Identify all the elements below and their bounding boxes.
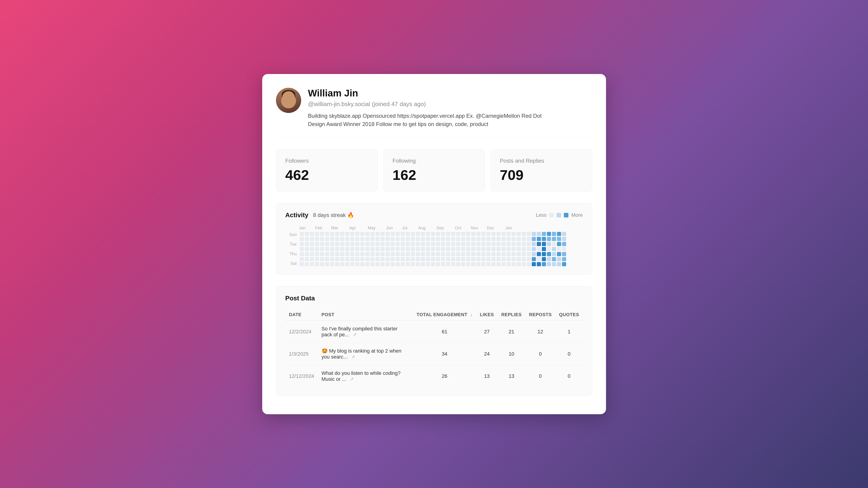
heatmap-cell <box>305 262 309 266</box>
heatmap-cell <box>537 262 541 266</box>
heatmap-cell <box>522 242 526 246</box>
heatmap-cell <box>315 262 319 266</box>
heatmap-cell <box>512 237 516 241</box>
heatmap-cell <box>441 232 445 236</box>
month-nov: Nov <box>471 226 487 230</box>
heatmap-cell <box>552 242 556 246</box>
heatmap-cell <box>300 232 304 236</box>
external-link-icon[interactable]: ↗ <box>350 377 354 382</box>
heatmap-cell <box>532 232 536 236</box>
heatmap-cell <box>501 232 506 236</box>
heatmap-cell <box>426 247 430 251</box>
heatmap-cell <box>547 247 551 251</box>
heatmap-cell <box>315 257 319 261</box>
profile-section: William Jin @william-jin.bsky.social (jo… <box>276 88 592 138</box>
heatmap-cell <box>436 237 440 241</box>
cell-reposts: 0 <box>525 365 555 387</box>
heatmap-cell <box>305 252 309 256</box>
legend-dot-2 <box>557 213 561 218</box>
month-jan1: Jan <box>299 226 315 230</box>
heatmap-column <box>300 232 304 266</box>
heatmap-cell <box>542 262 546 266</box>
cell-reposts: 12 <box>525 321 555 343</box>
heatmap-cell <box>421 262 425 266</box>
external-link-icon[interactable]: ↗ <box>351 354 355 360</box>
heatmap-column <box>431 232 435 266</box>
profile-name: William Jin <box>308 88 592 99</box>
heatmap-column <box>527 232 531 266</box>
heatmap-cell <box>315 232 319 236</box>
heatmap-cell <box>315 247 319 251</box>
heatmap-cell <box>335 252 339 256</box>
heatmap-cell <box>325 237 329 241</box>
heatmap-cell <box>385 252 390 256</box>
cell-likes: 27 <box>476 321 497 343</box>
heatmap-cell <box>396 247 400 251</box>
heatmap-cell <box>320 237 324 241</box>
external-link-icon[interactable]: ↗ <box>353 332 356 337</box>
heatmap-cell <box>476 262 480 266</box>
heatmap-cell <box>481 252 486 256</box>
heatmap-column <box>441 232 445 266</box>
heatmap-cell <box>491 247 496 251</box>
cell-likes: 13 <box>476 365 497 387</box>
heatmap-cell <box>345 262 349 266</box>
col-reposts: REPOSTS <box>525 309 555 321</box>
heatmap-column <box>421 232 425 266</box>
heatmap-cell <box>330 252 334 256</box>
heatmap-cell <box>451 242 455 246</box>
heatmap-cell <box>501 257 506 261</box>
heatmap-cell <box>501 237 506 241</box>
heatmap-cell <box>426 262 430 266</box>
heatmap-cell <box>446 252 450 256</box>
heatmap-cell <box>461 237 465 241</box>
heatmap-cell <box>385 237 390 241</box>
table-row: 12/2/2024 So I've finally compiled this … <box>285 321 583 343</box>
heatmap-cell <box>360 237 365 241</box>
heatmap-column <box>396 232 400 266</box>
heatmap-cell <box>446 232 450 236</box>
heatmap-cell <box>552 262 556 266</box>
heatmap-cell <box>527 232 531 236</box>
heatmap-cell <box>522 247 526 251</box>
heatmap-cell <box>542 247 546 251</box>
heatmap-cell <box>340 262 344 266</box>
heatmap-cell <box>406 252 410 256</box>
heatmap-cell <box>557 262 561 266</box>
legend-dot-3 <box>564 213 568 218</box>
heatmap-cell <box>375 262 379 266</box>
heatmap-cell <box>416 242 420 246</box>
heatmap-cell <box>300 262 304 266</box>
heatmap-cell <box>325 242 329 246</box>
heatmap-cell <box>537 252 541 256</box>
heatmap-column <box>517 232 521 266</box>
sort-icon[interactable]: ↓ <box>470 312 473 317</box>
heatmap-cell <box>496 237 501 241</box>
heatmap-cell <box>486 262 491 266</box>
heatmap-cell <box>350 232 354 236</box>
heatmap-cell <box>512 262 516 266</box>
heatmap-cell <box>441 262 445 266</box>
cell-reposts: 0 <box>525 343 555 365</box>
activity-title: Activity <box>285 212 309 219</box>
avatar <box>276 88 301 113</box>
month-jan2: Jan <box>505 226 519 230</box>
heatmap-cell <box>506 262 511 266</box>
heatmap-cell <box>350 252 354 256</box>
cell-total-engagement: 61 <box>413 321 476 343</box>
heatmap-cell <box>456 257 460 261</box>
heatmap-column <box>350 232 354 266</box>
heatmap-cell <box>416 252 420 256</box>
heatmap-column <box>542 232 546 266</box>
heatmap-cell <box>481 257 486 261</box>
heatmap-column <box>562 232 566 266</box>
heatmap-cell <box>360 262 365 266</box>
heatmap-cell <box>476 232 480 236</box>
heatmap-cell <box>370 237 374 241</box>
heatmap-cell <box>310 232 314 236</box>
heatmap-column <box>310 232 314 266</box>
cell-post: 🤩 My blog is ranking at top 2 when you s… <box>318 343 413 365</box>
heatmap-cell <box>481 237 486 241</box>
heatmap-cell <box>401 237 405 241</box>
cell-date: 12/2/2024 <box>285 321 318 343</box>
